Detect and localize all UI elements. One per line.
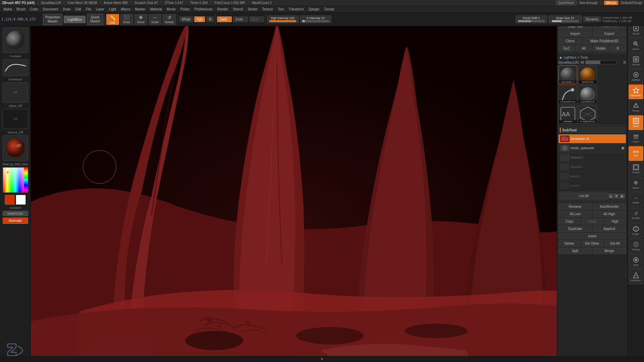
menu-transform[interactable]: Transform — [286, 7, 306, 12]
export-btn[interactable]: Export — [593, 31, 626, 37]
rename-btn[interactable]: Rename — [558, 203, 592, 210]
menu-macro[interactable]: Macro — [119, 7, 132, 12]
menu-edit[interactable]: Edit — [73, 7, 83, 12]
insert-btn[interactable]: Insert — [558, 233, 626, 239]
transp-btn[interactable]: Transp — [629, 239, 643, 253]
actual-btn[interactable]: Actual — [629, 54, 643, 68]
secondary-color-swatch[interactable] — [16, 195, 26, 205]
lightbox-btn[interactable]: LightBox — [64, 16, 86, 23]
projection-master-btn[interactable]: Projection Master — [43, 14, 62, 25]
delete-btn[interactable]: Delete — [558, 240, 580, 247]
m-btn[interactable]: M — [206, 16, 214, 22]
clone-btn[interactable]: Clone — [558, 38, 582, 44]
move-btn[interactable]: ✥ Move — [135, 14, 147, 25]
zsub-btn[interactable]: Zsub — [233, 16, 248, 22]
all-high-btn[interactable]: All High — [593, 211, 626, 217]
polymesh3d-thumb[interactable]: PolyMesh3D — [578, 105, 597, 124]
rgb-intensity-control[interactable]: Rgb Intensity 100 — [267, 15, 299, 23]
canvas-area[interactable] — [31, 26, 557, 356]
dynamic3-btn[interactable]: Dynamic — [629, 269, 643, 284]
brush-preview[interactable] — [3, 27, 28, 53]
switch-color-btn[interactable]: SwitchColor — [3, 211, 28, 216]
menu-tool[interactable]: Tool — [276, 7, 286, 12]
aamat-brush-thumb[interactable]: AA AAMat — [558, 105, 577, 124]
draw-btn[interactable]: ⬛ Draw — [120, 14, 133, 25]
menu-layer[interactable]: Layer — [94, 7, 106, 12]
menu-light[interactable]: Light — [107, 7, 118, 12]
menu-stencil[interactable]: Stencil — [231, 7, 245, 12]
menu-stroke[interactable]: Stroke — [246, 7, 259, 12]
del-all-btn[interactable]: Del All — [604, 240, 626, 247]
menu-zplugin[interactable]: Zplugin — [307, 7, 322, 12]
menu-movie[interactable]: Movie — [165, 7, 178, 12]
draw-size-control[interactable]: Draw Size 37 — [548, 15, 582, 23]
import-btn[interactable]: Import — [558, 31, 592, 37]
dynawax20-thumb[interactable]: DynaWax20 — [578, 85, 597, 104]
subtool-item-shared1[interactable]: Shared 1 — [558, 163, 626, 171]
menu-brush[interactable]: Brush — [15, 7, 28, 12]
move-view-btn[interactable]: ✥ Move — [629, 177, 643, 192]
rotate-view-btn[interactable]: ↺ Rotate — [629, 208, 643, 223]
alpha-preview[interactable]: Off — [3, 82, 28, 103]
menu-marker[interactable]: Marker — [133, 7, 147, 12]
scale-btn[interactable]: ↔ Scale — [149, 14, 161, 25]
menu-render[interactable]: Render — [215, 7, 230, 12]
menu-zscript[interactable]: Zscript — [322, 7, 336, 12]
menu-document[interactable]: Document — [41, 7, 60, 12]
all-btn[interactable]: All — [576, 45, 592, 52]
del-other-btn[interactable]: Del Other — [581, 240, 603, 247]
zcut-btn[interactable]: Zcut — [249, 16, 264, 22]
see-through-btn[interactable]: See-through — [579, 1, 598, 5]
list-arrow-up[interactable]: ▲ — [608, 194, 613, 198]
menus-btn[interactable]: Menus — [604, 1, 618, 5]
sphere3d-thumb[interactable]: Sphere3D — [578, 65, 597, 84]
list-all-btn[interactable]: List All — [560, 193, 607, 199]
texture-preview[interactable]: Off — [3, 109, 28, 129]
make-polymesh-btn[interactable]: Make PolyMesh3D — [583, 38, 626, 44]
dynawax-slider[interactable] — [585, 60, 616, 64]
menu-texture[interactable]: Texture — [260, 7, 275, 12]
floor-btn[interactable]: Floor — [629, 115, 643, 130]
zadd-btn[interactable]: Zadd — [217, 16, 232, 22]
aamat-btn[interactable]: AAMat — [629, 69, 643, 84]
zoom-btn[interactable]: Zoom — [629, 38, 643, 53]
dynamic-mode-btn[interactable]: Dynamic — [629, 84, 643, 99]
subtool-item-word1[interactable]: Word 1 — [558, 172, 626, 181]
goz-btn[interactable]: GoZ — [558, 45, 575, 52]
copy-btn[interactable]: Copy — [558, 218, 580, 225]
polyf-btn[interactable]: PolyF — [629, 223, 643, 238]
simple-brush-thumb[interactable]: SimpleBrush — [558, 85, 577, 104]
subtool-item-word2[interactable]: Word 2 — [558, 181, 626, 190]
subtool-toggle-sphere3d[interactable] — [622, 147, 624, 149]
stroke-preview[interactable] — [3, 59, 28, 76]
xyz-btn[interactable]: XYZ Xyz — [629, 146, 643, 161]
viewport[interactable] — [31, 26, 557, 356]
high-btn[interactable]: High — [604, 218, 626, 225]
menu-alpha[interactable]: Alpha — [1, 7, 14, 12]
split-btn[interactable]: Split — [558, 248, 592, 254]
alternate-btn[interactable]: Alternate — [3, 218, 28, 224]
subtool-item-sphere3d[interactable]: PM3D_Sphere3D — [558, 144, 626, 153]
rgb-btn[interactable]: Rgb — [194, 16, 205, 22]
r-label-btn[interactable]: R — [610, 45, 626, 52]
quicksave-btn[interactable]: QuickSave — [556, 0, 577, 5]
merge-btn[interactable]: Merge — [593, 248, 626, 254]
paste-btn[interactable]: Paste — [581, 218, 603, 225]
menu-picker[interactable]: Picker — [178, 7, 192, 12]
color-picker[interactable] — [3, 167, 28, 193]
visible-btn[interactable]: Visible — [593, 45, 609, 52]
dynawax-thumb[interactable]: DynaWax 2 — [558, 65, 577, 84]
list-arrow-down[interactable]: ▼ — [614, 194, 619, 198]
z-intensity-control[interactable]: Z Intensity 10 — [300, 15, 331, 23]
edit-btn[interactable]: ✏️ Edit — [106, 14, 119, 25]
menu-material[interactable]: Material — [148, 7, 164, 12]
solo-btn[interactable]: Solo — [629, 254, 643, 269]
persp-btn[interactable]: Persp — [629, 100, 643, 115]
laym-btn[interactable]: LAym — [629, 131, 643, 145]
main-color-swatch[interactable] — [5, 195, 15, 205]
default-zscript-btn[interactable]: DefaultZScript — [621, 1, 642, 5]
menu-file[interactable]: File — [84, 7, 93, 12]
material-preview[interactable] — [3, 135, 28, 161]
menu-preferences[interactable]: Preferences — [193, 7, 215, 12]
list-arrow-right[interactable]: ▶ — [620, 194, 625, 198]
